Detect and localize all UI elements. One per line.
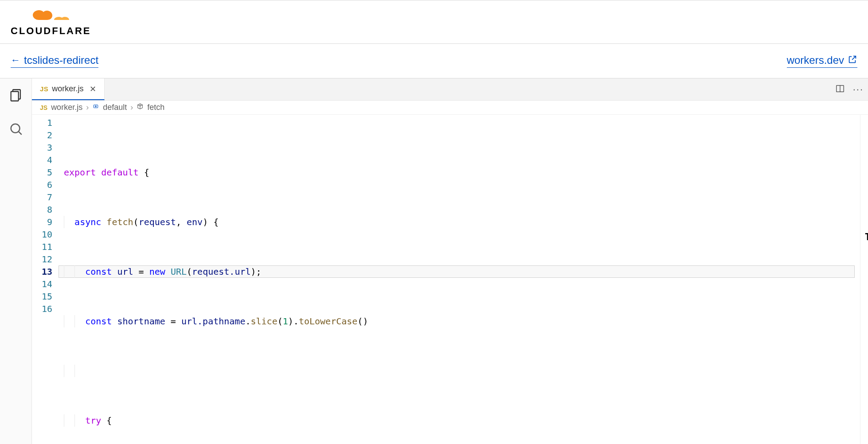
brand-name: CLOUDFLARE xyxy=(11,25,91,37)
workers-dev-label: workers.dev xyxy=(787,54,844,66)
close-icon[interactable]: ✕ xyxy=(90,84,96,94)
tab-worker-js[interactable]: JS worker.js ✕ xyxy=(32,78,105,100)
svg-rect-1 xyxy=(11,92,18,101)
arrow-left-icon: ← xyxy=(11,55,20,66)
line-gutter: 12345678910111213141516 xyxy=(32,115,59,444)
cloud-icon xyxy=(30,8,70,23)
chevron-right-icon: › xyxy=(86,103,89,112)
tab-filename: worker.js xyxy=(52,84,83,93)
module-icon xyxy=(92,103,99,112)
minimap-marker: T xyxy=(865,231,868,243)
back-link[interactable]: ← tcslides-redirect xyxy=(11,54,98,68)
project-name: tcslides-redirect xyxy=(24,54,98,66)
editor-area: JS worker.js ✕ ··· JS worker.js › xyxy=(32,78,868,444)
minimap[interactable]: T xyxy=(860,115,868,444)
more-icon[interactable]: ··· xyxy=(853,84,864,95)
svg-point-7 xyxy=(95,106,97,107)
project-bar: ← tcslides-redirect workers.dev xyxy=(0,44,868,78)
search-icon[interactable] xyxy=(5,118,27,140)
cloudflare-logo[interactable]: CLOUDFLARE xyxy=(11,8,91,37)
crumb-default: default xyxy=(103,103,127,112)
cube-icon xyxy=(137,103,144,112)
breadcrumb[interactable]: JS worker.js › default › fetch xyxy=(32,101,868,115)
tab-actions: ··· xyxy=(835,78,864,100)
tab-bar: JS worker.js ✕ ··· xyxy=(32,78,868,101)
external-link-icon xyxy=(848,55,857,66)
code-body[interactable]: export default { async fetch(request, en… xyxy=(59,115,860,444)
activity-bar xyxy=(0,78,32,444)
js-badge-icon: JS xyxy=(40,85,48,93)
svg-line-3 xyxy=(19,132,21,134)
header: CLOUDFLARE xyxy=(0,0,868,44)
split-editor-icon[interactable] xyxy=(835,84,845,95)
editor-main: JS worker.js ✕ ··· JS worker.js › xyxy=(0,78,868,444)
code-editor[interactable]: 12345678910111213141516 export default {… xyxy=(32,115,868,444)
js-badge-icon: JS xyxy=(40,104,47,111)
chevron-right-icon: › xyxy=(130,103,133,112)
crumb-fetch: fetch xyxy=(147,103,164,112)
workers-dev-link[interactable]: workers.dev xyxy=(787,54,857,68)
svg-point-2 xyxy=(11,124,20,133)
crumb-file: worker.js xyxy=(51,103,82,112)
files-icon[interactable] xyxy=(5,85,27,106)
